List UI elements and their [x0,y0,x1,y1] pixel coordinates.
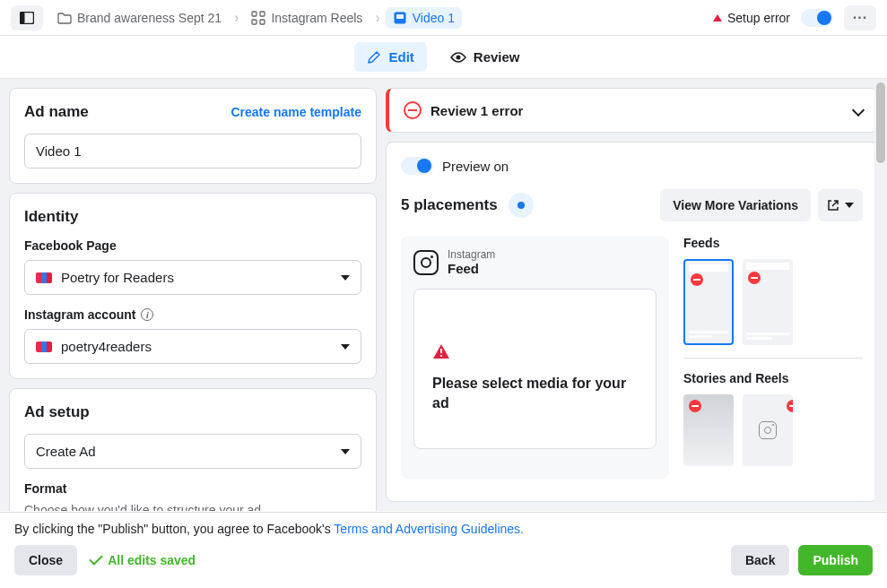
preview-card: Preview on 5 placements View More Variat… [386,142,878,502]
close-button[interactable]: Close [14,545,77,575]
breadcrumb-ad[interactable]: Video 1 [386,7,462,29]
breadcrumb-adset[interactable]: Instagram Reels [244,7,370,29]
error-banner-text: Review 1 error [430,103,523,118]
tabs: Edit Review [0,36,887,79]
setup-error-text: Setup error [727,11,790,25]
ad-setup-mode-value: Create Ad [36,444,96,459]
placement-thumbnail-feed-2[interactable] [743,259,793,345]
chevron-right-icon: › [234,10,239,26]
svg-rect-9 [440,349,442,353]
placement-thumbnail-feed-1[interactable] [683,259,734,345]
right-column: Review 1 error Preview on 5 placements V… [386,79,887,511]
preview-surface-label: Feed [448,261,495,276]
identity-card: Identity Facebook Page Poetry for Reader… [9,193,377,379]
page-avatar-icon [36,342,52,352]
caret-down-icon [341,275,350,281]
preview-toggle[interactable] [401,157,433,175]
warning-triangle-icon [432,343,450,363]
folder-icon [57,11,72,25]
error-badge-icon [787,400,793,412]
instagram-account-select[interactable]: poetry4readers [24,329,361,364]
more-menu-button[interactable]: ··· [844,5,876,30]
error-circle-icon [404,101,422,119]
ad-name-title: Ad name [24,103,89,121]
svg-rect-7 [396,14,404,19]
preview-main: Instagram Feed Please select media for y… [401,236,669,479]
eye-icon [450,52,466,63]
main-area: Ad name Create name template Identity Fa… [0,79,887,511]
format-label: Format [24,481,361,496]
ad-icon [393,11,407,25]
breadcrumb-adset-label: Instagram Reels [271,11,362,25]
stories-section-title: Stories and Reels [683,371,863,385]
top-bar: Brand awareness Sept 21 › Instagram Reel… [0,0,887,36]
facebook-page-value: Poetry for Readers [61,270,174,285]
info-icon[interactable]: i [141,308,153,321]
create-name-template-link[interactable]: Create name template [230,105,361,119]
caret-down-icon [341,344,350,350]
scrollbar[interactable] [874,79,887,511]
ellipsis-icon: ··· [853,10,867,26]
tab-review-label: Review [474,49,520,65]
tab-edit[interactable]: Edit [354,42,426,72]
save-status: All edits saved [90,553,196,567]
error-badge-icon [689,400,701,412]
facebook-page-select[interactable]: Poetry for Readers [24,260,361,295]
breadcrumb-ad-label: Video 1 [413,11,455,25]
preview-platform-label: Instagram [448,248,495,261]
facebook-page-label: Facebook Page [24,238,361,253]
page-avatar-icon [36,272,52,283]
panel-toggle-button[interactable] [11,5,43,30]
panel-icon [20,12,34,24]
pulse-indicator-icon [509,193,534,218]
breadcrumb-campaign-label: Brand awareness Sept 21 [77,11,222,25]
placements-count: 5 placements [401,196,498,214]
publish-button[interactable]: Publish [798,545,873,575]
svg-rect-4 [252,20,257,24]
breadcrumb: Brand awareness Sept 21 › Instagram Reel… [50,7,706,29]
instagram-icon [413,250,439,275]
svg-rect-5 [260,20,265,24]
footer-notice: By clicking the "Publish" button, you ag… [14,522,873,536]
svg-rect-10 [440,355,442,357]
thumbnails-column: Feeds Stories a [683,236,863,479]
format-subtext: Choose how you'd like to structure your … [24,503,361,511]
chevron-down-icon [852,104,865,117]
terms-link[interactable]: Terms and Advertising Guidelines. [334,522,524,536]
external-link-icon [827,199,839,212]
preview-toggle-label: Preview on [442,159,509,174]
top-right: Setup error ··· [713,5,876,30]
setup-error-label: Setup error [713,11,790,25]
left-column: Ad name Create name template Identity Fa… [0,79,386,511]
svg-rect-1 [21,12,25,23]
ad-name-card: Ad name Create name template [9,88,377,184]
media-empty-card: Please select media for your ad [413,289,657,449]
top-toggle[interactable] [801,9,833,27]
placement-thumbnail-story-2[interactable] [743,394,793,466]
svg-point-8 [456,55,460,59]
error-banner[interactable]: Review 1 error [386,88,878,133]
save-status-text: All edits saved [108,553,196,567]
svg-rect-3 [260,12,265,16]
caret-down-icon [341,449,350,454]
pencil-icon [367,50,381,65]
back-button[interactable]: Back [731,545,789,575]
ad-setup-mode-select[interactable]: Create Ad [24,434,361,469]
open-external-button[interactable] [818,189,863,221]
footer: By clicking the "Publish" button, you ag… [0,512,887,588]
error-badge-icon [691,273,703,286]
ad-setup-title: Ad setup [24,403,361,421]
error-badge-icon [748,272,761,284]
placement-thumbnail-story-1[interactable] [683,394,734,466]
tab-review[interactable]: Review [438,42,533,72]
adset-icon [251,11,265,25]
breadcrumb-campaign[interactable]: Brand awareness Sept 21 [50,7,229,29]
feeds-section-title: Feeds [683,236,863,250]
error-triangle-icon [713,14,722,22]
checkmark-icon [89,551,103,566]
view-more-variations-button[interactable]: View More Variations [660,189,811,221]
instagram-account-value: poetry4readers [61,339,152,354]
ad-name-input[interactable] [24,134,361,169]
svg-rect-2 [252,12,257,16]
tab-edit-label: Edit [388,49,413,65]
